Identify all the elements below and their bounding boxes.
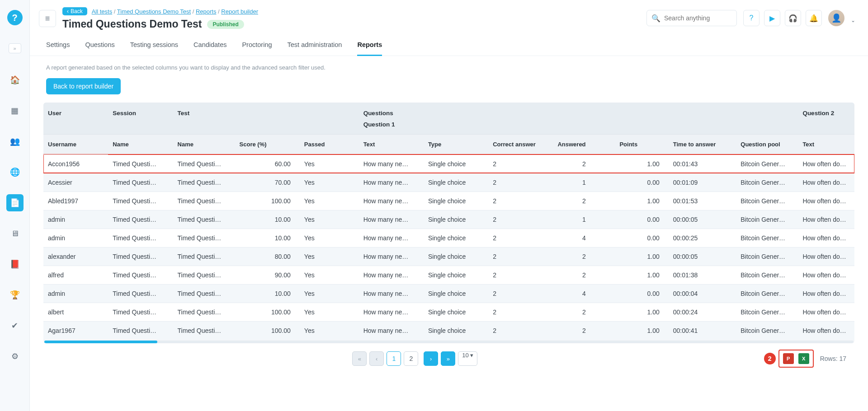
app-logo[interactable]: ? xyxy=(7,10,23,25)
th-test-name[interactable]: Name xyxy=(173,135,235,154)
th-session-name[interactable]: Name xyxy=(108,135,173,154)
cell-test: Timed Questi… xyxy=(173,210,235,229)
pager-page-2[interactable]: 2 xyxy=(404,351,418,366)
chevron-down-icon[interactable]: ⌄ xyxy=(851,17,855,23)
cell-answered: 2 xyxy=(553,321,615,340)
search-input[interactable] xyxy=(664,14,732,22)
search-box[interactable]: 🔍 xyxy=(646,10,737,26)
th-pool[interactable]: Question pool xyxy=(736,135,798,154)
rail-globe-icon[interactable]: 🌐 xyxy=(6,163,24,181)
export-pdf-button[interactable]: P xyxy=(783,353,794,364)
horizontal-scrollbar[interactable] xyxy=(44,341,854,343)
pager-prev-button[interactable]: ‹ xyxy=(369,351,384,366)
th-points[interactable]: Points xyxy=(615,135,668,154)
back-to-builder-button[interactable]: Back to report builder xyxy=(46,78,121,94)
export-excel-button[interactable]: X xyxy=(798,353,809,364)
table-row[interactable]: Agar1967Timed Questi…Timed Questi…100.00… xyxy=(43,321,854,340)
table-row[interactable]: alexanderTimed Questi…Timed Questi…80.00… xyxy=(43,247,854,266)
th-passed[interactable]: Passed xyxy=(300,135,359,154)
tab-candidates[interactable]: Candidates xyxy=(193,41,226,56)
rail-monitor-icon[interactable]: 🖥 xyxy=(6,225,24,242)
cell-username: admin xyxy=(43,284,108,303)
cell-session: Timed Questi… xyxy=(108,210,173,229)
cell-passed: Yes xyxy=(300,229,359,247)
play-button[interactable]: ▶ xyxy=(764,10,780,26)
rows-count-label: Rows: 17 xyxy=(820,355,846,362)
table-row[interactable]: alfredTimed Questi…Timed Questi…90.00Yes… xyxy=(43,266,854,284)
help-button[interactable]: ? xyxy=(743,10,760,26)
table-row[interactable]: adminTimed Questi…Timed Questi…10.00YesH… xyxy=(43,210,854,229)
cell-score: 10.00 xyxy=(235,229,300,247)
rail-book-icon[interactable]: 📕 xyxy=(6,256,24,273)
play-icon: ▶ xyxy=(769,14,775,23)
cell-test: Timed Questi… xyxy=(173,191,235,210)
tab-settings[interactable]: Settings xyxy=(46,41,70,56)
th-group-test[interactable]: Test xyxy=(173,103,235,118)
table-row[interactable]: albertTimed Questi…Timed Questi…100.00Ye… xyxy=(43,303,854,321)
tab-test-administration[interactable]: Test administration xyxy=(288,41,342,56)
breadcrumb-link[interactable]: Timed Questions Demo Test xyxy=(117,8,191,15)
rail-dashboard-icon[interactable]: ▦ xyxy=(6,102,24,119)
pager-page-1[interactable]: 1 xyxy=(387,351,401,366)
rail-trophy-icon[interactable]: 🏆 xyxy=(6,286,24,304)
th-time[interactable]: Time to answer xyxy=(669,135,736,154)
tab-reports[interactable]: Reports xyxy=(357,41,382,56)
cell-score: 100.00 xyxy=(235,191,300,210)
breadcrumb-link[interactable]: Report builder xyxy=(221,8,258,15)
th-q-type[interactable]: Type xyxy=(424,135,488,154)
scrollbar-thumb[interactable] xyxy=(44,341,157,343)
rail-gear-icon[interactable]: ⚙ xyxy=(6,348,24,365)
tab-questions[interactable]: Questions xyxy=(85,41,114,56)
cell-qtext: How many ne… xyxy=(359,191,424,210)
pager-last-button[interactable]: » xyxy=(441,351,455,366)
th-group-q1[interactable]: Question 1 xyxy=(359,118,798,135)
cell-username: Accon19561 xyxy=(43,154,108,173)
support-button[interactable]: 🎧 xyxy=(785,10,801,26)
rail-copy-icon[interactable]: 📄 xyxy=(6,194,24,211)
tab-testing-sessions[interactable]: Testing sessions xyxy=(130,41,178,56)
menu-toggle-button[interactable]: ≡ xyxy=(39,10,56,27)
th-score[interactable]: Score (%) xyxy=(235,135,300,154)
cell-pool: Bitcoin Gener… xyxy=(736,191,798,210)
breadcrumb-link[interactable]: Reports xyxy=(196,8,217,15)
cell-pool: Bitcoin Gener… xyxy=(736,321,798,340)
tab-proctoring[interactable]: Proctoring xyxy=(242,41,272,56)
rail-users-icon[interactable]: 👥 xyxy=(6,133,24,150)
th-group-q2[interactable]: Question 2 xyxy=(798,103,854,118)
expand-rail-button[interactable]: » xyxy=(9,43,21,53)
status-badge: Published xyxy=(207,20,244,29)
cell-qtext: How many ne… xyxy=(359,210,424,229)
notifications-button[interactable]: 🔔 xyxy=(806,10,822,26)
breadcrumb-link[interactable]: All tests xyxy=(92,8,113,15)
pager-next-button[interactable]: › xyxy=(424,351,438,366)
rail-check-icon[interactable]: ✔ xyxy=(6,317,24,334)
th-q2-text[interactable]: Text xyxy=(798,135,854,154)
cell-passed: Yes xyxy=(300,247,359,266)
th-correct[interactable]: Correct answer xyxy=(488,135,553,154)
page-size-select[interactable]: 10 ▾ xyxy=(458,351,477,366)
th-q-text[interactable]: Text xyxy=(359,135,424,154)
pager-first-button[interactable]: « xyxy=(352,351,367,366)
pager-controls: « ‹ 12 › » 10 ▾ xyxy=(52,351,778,366)
th-group-questions[interactable]: Questions xyxy=(359,103,798,118)
cell-session: Timed Questi… xyxy=(108,284,173,303)
th-answered[interactable]: Answered xyxy=(553,135,615,154)
th-username[interactable]: Username xyxy=(43,135,108,154)
table-row[interactable]: Abled1997Timed Questi…Timed Questi…100.0… xyxy=(43,191,854,210)
table-row[interactable]: adminTimed Questi…Timed Questi…10.00YesH… xyxy=(43,284,854,303)
th-group-user[interactable]: User xyxy=(43,103,108,118)
back-button[interactable]: ‹Back xyxy=(62,7,87,15)
rail-home-icon[interactable]: 🏠 xyxy=(6,71,24,89)
cell-qtype: Single choice xyxy=(424,229,488,247)
cell-username: admin xyxy=(43,210,108,229)
table-row[interactable]: AcessierTimed Questi…Timed Questi…70.00Y… xyxy=(43,173,854,191)
cell-test: Timed Questi… xyxy=(173,247,235,266)
cell-pool: Bitcoin Gener… xyxy=(736,229,798,247)
report-description: A report generated based on the selected… xyxy=(46,64,854,71)
table-row[interactable]: Accon19561Timed Questi…Timed Questi…60.0… xyxy=(43,154,854,173)
cell-qtext: How many ne… xyxy=(359,284,424,303)
user-avatar[interactable]: 👤 xyxy=(828,10,844,26)
th-group-session[interactable]: Session xyxy=(108,103,173,118)
cell-qtype: Single choice xyxy=(424,266,488,284)
table-row[interactable]: adminTimed Questi…Timed Questi…10.00YesH… xyxy=(43,229,854,247)
